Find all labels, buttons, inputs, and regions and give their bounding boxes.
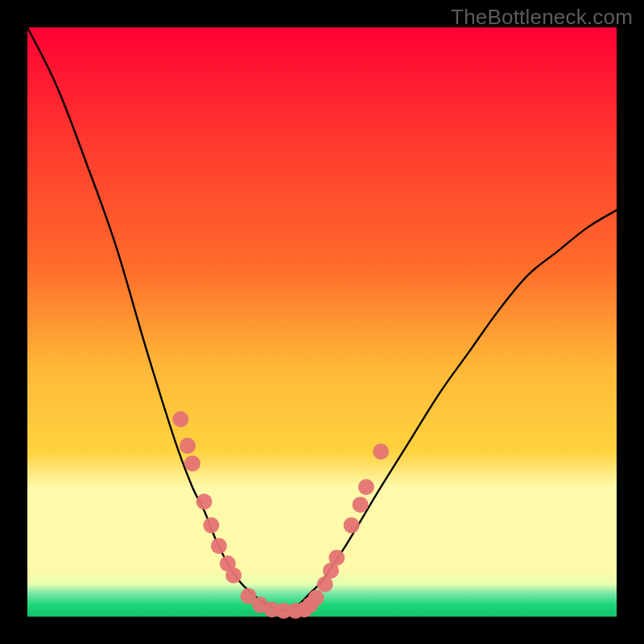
plot-area — [27, 27, 617, 617]
scatter-point — [180, 438, 196, 454]
scatter-point — [196, 493, 213, 510]
scatter-point — [328, 550, 345, 566]
scatter-point — [358, 479, 374, 495]
chart-container: TheBottleneck.com — [0, 0, 644, 644]
scatter-point — [172, 411, 188, 427]
scatter-point — [344, 518, 360, 534]
watermark-text: TheBottleneck.com — [451, 5, 633, 30]
chart-svg — [0, 0, 644, 644]
scatter-point — [373, 444, 389, 460]
scatter-point — [308, 590, 324, 606]
scatter-point — [225, 568, 242, 584]
scatter-point — [184, 456, 200, 472]
scatter-point — [203, 518, 219, 534]
scatter-point — [353, 497, 369, 513]
scatter-point — [211, 538, 227, 554]
